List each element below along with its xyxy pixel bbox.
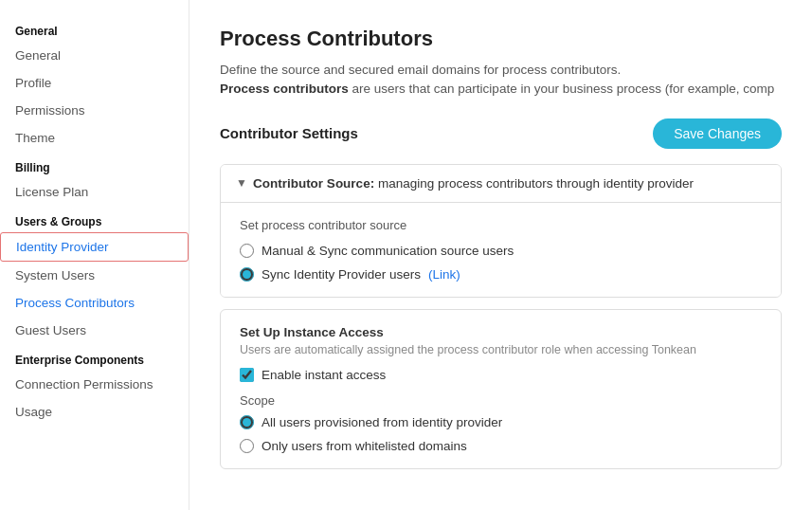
setup-desc: Users are automatically assigned the pro… xyxy=(240,343,762,356)
contributor-source-header: ▼ Contributor Source: managing process c… xyxy=(221,165,781,203)
set-source-label: Set process contributor source xyxy=(240,218,762,232)
save-changes-button[interactable]: Save Changes xyxy=(653,118,782,149)
contributor-source-header-text: Contributor Source: managing process con… xyxy=(253,176,694,191)
radio-whitelisted-input[interactable] xyxy=(240,439,254,453)
description-line1: Define the source and secured email doma… xyxy=(220,63,621,77)
radio-all-users-label: All users provisioned from identity prov… xyxy=(262,415,502,429)
radio-sync-idp-label: Sync Identity Provider users xyxy=(262,267,421,282)
radio-sync-idp-input[interactable] xyxy=(240,267,254,282)
radio-all-users-input[interactable] xyxy=(240,415,254,429)
radio-whitelisted[interactable]: Only users from whitelisted domains xyxy=(240,439,762,453)
contributor-source-card: ▼ Contributor Source: managing process c… xyxy=(220,164,782,298)
sidebar: General General Profile Permissions Them… xyxy=(0,0,189,510)
sidebar-item-usage[interactable]: Usage xyxy=(0,398,189,426)
sidebar-item-license-plan[interactable]: License Plan xyxy=(0,178,189,206)
description-bold: Process contributors xyxy=(220,82,349,96)
section-header-row: Contributor Settings Save Changes xyxy=(220,118,782,149)
sidebar-section-billing: Billing xyxy=(0,152,189,178)
scope-label: Scope xyxy=(240,393,762,408)
contributor-source-radio-group: Manual & Sync communication source users… xyxy=(240,244,762,282)
page-description: Define the source and secured email doma… xyxy=(220,61,782,100)
description-suffix: are users that can participate in your b… xyxy=(349,82,774,96)
radio-sync-idp[interactable]: Sync Identity Provider users (Link) xyxy=(240,267,762,282)
sidebar-item-profile[interactable]: Profile xyxy=(0,69,189,97)
main-content: Process Contributors Define the source a… xyxy=(189,0,812,510)
chevron-down-icon: ▼ xyxy=(236,176,247,190)
sidebar-section-general: General xyxy=(0,15,189,42)
contributor-source-body: Set process contributor source Manual & … xyxy=(221,203,781,297)
page-title: Process Contributors xyxy=(220,27,782,51)
sidebar-item-identity-provider[interactable]: Identity Provider xyxy=(0,232,189,262)
enable-instant-access-label: Enable instant access xyxy=(262,368,386,382)
radio-whitelisted-label: Only users from whitelisted domains xyxy=(262,439,467,453)
sidebar-section-enterprise: Enterprise Components xyxy=(0,344,189,371)
enable-instant-access-checkbox[interactable]: Enable instant access xyxy=(240,368,762,382)
radio-manual-label: Manual & Sync communication source users xyxy=(262,244,514,258)
sidebar-item-general[interactable]: General xyxy=(0,42,189,69)
sidebar-item-system-users[interactable]: System Users xyxy=(0,262,189,289)
sidebar-item-process-contributors[interactable]: Process Contributors xyxy=(0,289,189,317)
sidebar-item-theme[interactable]: Theme xyxy=(0,124,189,152)
instance-access-card: Set Up Instance Access Users are automat… xyxy=(220,309,782,469)
sync-idp-link[interactable]: (Link) xyxy=(428,267,460,282)
setup-title: Set Up Instance Access xyxy=(240,325,762,339)
sidebar-item-guest-users[interactable]: Guest Users xyxy=(0,317,189,344)
radio-manual-input[interactable] xyxy=(240,244,254,258)
instance-access-body: Set Up Instance Access Users are automat… xyxy=(221,310,781,468)
section-title: Contributor Settings xyxy=(220,125,358,141)
enable-instant-access-input[interactable] xyxy=(240,368,254,382)
scope-radio-group: All users provisioned from identity prov… xyxy=(240,415,762,453)
radio-manual[interactable]: Manual & Sync communication source users xyxy=(240,244,762,258)
sidebar-item-permissions[interactable]: Permissions xyxy=(0,97,189,124)
sidebar-item-connection-permissions[interactable]: Connection Permissions xyxy=(0,371,189,398)
radio-all-users[interactable]: All users provisioned from identity prov… xyxy=(240,415,762,429)
sidebar-section-users-groups: Users & Groups xyxy=(0,206,189,232)
